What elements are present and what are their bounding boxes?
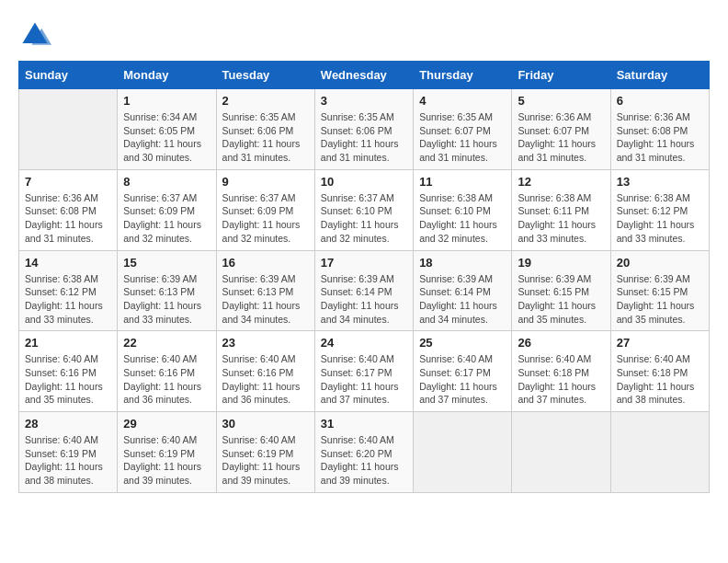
logo-icon bbox=[18, 18, 51, 52]
day-info: Sunrise: 6:34 AM Sunset: 6:05 PM Dayligh… bbox=[123, 110, 210, 165]
day-number: 22 bbox=[123, 336, 210, 350]
day-number: 28 bbox=[25, 417, 111, 431]
day-info: Sunrise: 6:40 AM Sunset: 6:20 PM Dayligh… bbox=[321, 433, 407, 488]
day-info: Sunrise: 6:40 AM Sunset: 6:18 PM Dayligh… bbox=[617, 352, 703, 407]
day-number: 20 bbox=[617, 256, 703, 270]
day-info: Sunrise: 6:36 AM Sunset: 6:08 PM Dayligh… bbox=[617, 110, 703, 165]
day-info: Sunrise: 6:39 AM Sunset: 6:14 PM Dayligh… bbox=[419, 272, 506, 327]
calendar-cell: 17Sunrise: 6:39 AM Sunset: 6:14 PM Dayli… bbox=[314, 250, 413, 331]
day-number: 14 bbox=[25, 256, 111, 270]
day-info: Sunrise: 6:35 AM Sunset: 6:06 PM Dayligh… bbox=[222, 110, 309, 165]
day-info: Sunrise: 6:39 AM Sunset: 6:13 PM Dayligh… bbox=[222, 272, 309, 327]
day-info: Sunrise: 6:38 AM Sunset: 6:10 PM Dayligh… bbox=[419, 191, 506, 246]
day-info: Sunrise: 6:40 AM Sunset: 6:16 PM Dayligh… bbox=[222, 352, 309, 407]
calendar-cell: 13Sunrise: 6:38 AM Sunset: 6:12 PM Dayli… bbox=[610, 169, 709, 250]
week-row-2: 7Sunrise: 6:36 AM Sunset: 6:08 PM Daylig… bbox=[19, 169, 710, 250]
calendar-cell: 8Sunrise: 6:37 AM Sunset: 6:09 PM Daylig… bbox=[118, 169, 216, 250]
header-thursday: Thursday bbox=[414, 62, 512, 89]
day-info: Sunrise: 6:40 AM Sunset: 6:17 PM Dayligh… bbox=[321, 352, 407, 407]
calendar-cell: 23Sunrise: 6:40 AM Sunset: 6:16 PM Dayli… bbox=[216, 331, 314, 412]
day-number: 6 bbox=[617, 94, 703, 108]
day-info: Sunrise: 6:35 AM Sunset: 6:06 PM Dayligh… bbox=[321, 110, 407, 165]
day-number: 10 bbox=[321, 175, 407, 189]
day-number: 13 bbox=[617, 175, 703, 189]
day-number: 16 bbox=[222, 256, 309, 270]
day-info: Sunrise: 6:39 AM Sunset: 6:15 PM Dayligh… bbox=[518, 272, 604, 327]
calendar-cell: 18Sunrise: 6:39 AM Sunset: 6:14 PM Dayli… bbox=[414, 250, 512, 331]
day-info: Sunrise: 6:40 AM Sunset: 6:16 PM Dayligh… bbox=[123, 352, 210, 407]
calendar-cell: 4Sunrise: 6:35 AM Sunset: 6:07 PM Daylig… bbox=[414, 89, 512, 170]
page-header bbox=[18, 18, 710, 52]
day-number: 19 bbox=[518, 256, 604, 270]
calendar-cell: 22Sunrise: 6:40 AM Sunset: 6:16 PM Dayli… bbox=[118, 331, 216, 412]
calendar-cell: 26Sunrise: 6:40 AM Sunset: 6:18 PM Dayli… bbox=[512, 331, 610, 412]
calendar-cell: 20Sunrise: 6:39 AM Sunset: 6:15 PM Dayli… bbox=[610, 250, 709, 331]
calendar-table: SundayMondayTuesdayWednesdayThursdayFrid… bbox=[18, 61, 710, 493]
day-info: Sunrise: 6:37 AM Sunset: 6:09 PM Dayligh… bbox=[222, 191, 309, 246]
day-number: 23 bbox=[222, 336, 309, 350]
day-number: 2 bbox=[222, 94, 309, 108]
day-number: 26 bbox=[518, 336, 604, 350]
day-info: Sunrise: 6:40 AM Sunset: 6:19 PM Dayligh… bbox=[222, 433, 309, 488]
day-info: Sunrise: 6:38 AM Sunset: 6:11 PM Dayligh… bbox=[518, 191, 604, 246]
calendar-cell bbox=[512, 412, 610, 493]
day-info: Sunrise: 6:39 AM Sunset: 6:14 PM Dayligh… bbox=[321, 272, 407, 327]
calendar-cell bbox=[610, 412, 709, 493]
calendar-cell: 31Sunrise: 6:40 AM Sunset: 6:20 PM Dayli… bbox=[314, 412, 413, 493]
calendar-cell: 16Sunrise: 6:39 AM Sunset: 6:13 PM Dayli… bbox=[216, 250, 314, 331]
calendar-cell: 12Sunrise: 6:38 AM Sunset: 6:11 PM Dayli… bbox=[512, 169, 610, 250]
day-info: Sunrise: 6:38 AM Sunset: 6:12 PM Dayligh… bbox=[25, 272, 111, 327]
calendar-cell: 28Sunrise: 6:40 AM Sunset: 6:19 PM Dayli… bbox=[19, 412, 118, 493]
calendar-cell: 7Sunrise: 6:36 AM Sunset: 6:08 PM Daylig… bbox=[19, 169, 118, 250]
header-monday: Monday bbox=[118, 62, 216, 89]
day-number: 27 bbox=[617, 336, 703, 350]
calendar-cell: 10Sunrise: 6:37 AM Sunset: 6:10 PM Dayli… bbox=[314, 169, 413, 250]
day-number: 21 bbox=[25, 336, 111, 350]
day-number: 30 bbox=[222, 417, 309, 431]
calendar-cell: 30Sunrise: 6:40 AM Sunset: 6:19 PM Dayli… bbox=[216, 412, 314, 493]
day-number: 17 bbox=[321, 256, 407, 270]
day-number: 29 bbox=[123, 417, 210, 431]
day-info: Sunrise: 6:40 AM Sunset: 6:17 PM Dayligh… bbox=[419, 352, 506, 407]
day-number: 7 bbox=[25, 175, 111, 189]
day-number: 9 bbox=[222, 175, 309, 189]
calendar-cell: 21Sunrise: 6:40 AM Sunset: 6:16 PM Dayli… bbox=[19, 331, 118, 412]
week-row-1: 1Sunrise: 6:34 AM Sunset: 6:05 PM Daylig… bbox=[19, 89, 710, 170]
day-info: Sunrise: 6:40 AM Sunset: 6:18 PM Dayligh… bbox=[518, 352, 604, 407]
day-number: 31 bbox=[321, 417, 407, 431]
day-info: Sunrise: 6:36 AM Sunset: 6:08 PM Dayligh… bbox=[25, 191, 111, 246]
day-info: Sunrise: 6:38 AM Sunset: 6:12 PM Dayligh… bbox=[617, 191, 703, 246]
day-info: Sunrise: 6:39 AM Sunset: 6:13 PM Dayligh… bbox=[123, 272, 210, 327]
day-number: 15 bbox=[123, 256, 210, 270]
day-info: Sunrise: 6:40 AM Sunset: 6:16 PM Dayligh… bbox=[25, 352, 111, 407]
calendar-cell: 1Sunrise: 6:34 AM Sunset: 6:05 PM Daylig… bbox=[118, 89, 216, 170]
calendar-cell: 15Sunrise: 6:39 AM Sunset: 6:13 PM Dayli… bbox=[118, 250, 216, 331]
calendar-cell: 11Sunrise: 6:38 AM Sunset: 6:10 PM Dayli… bbox=[414, 169, 512, 250]
week-row-3: 14Sunrise: 6:38 AM Sunset: 6:12 PM Dayli… bbox=[19, 250, 710, 331]
header-saturday: Saturday bbox=[610, 62, 709, 89]
calendar-cell: 25Sunrise: 6:40 AM Sunset: 6:17 PM Dayli… bbox=[414, 331, 512, 412]
calendar-cell: 3Sunrise: 6:35 AM Sunset: 6:06 PM Daylig… bbox=[314, 89, 413, 170]
calendar-cell: 19Sunrise: 6:39 AM Sunset: 6:15 PM Dayli… bbox=[512, 250, 610, 331]
day-number: 18 bbox=[419, 256, 506, 270]
day-number: 11 bbox=[419, 175, 506, 189]
day-info: Sunrise: 6:40 AM Sunset: 6:19 PM Dayligh… bbox=[25, 433, 111, 488]
day-info: Sunrise: 6:39 AM Sunset: 6:15 PM Dayligh… bbox=[617, 272, 703, 327]
week-row-4: 21Sunrise: 6:40 AM Sunset: 6:16 PM Dayli… bbox=[19, 331, 710, 412]
calendar-cell bbox=[414, 412, 512, 493]
calendar-cell: 24Sunrise: 6:40 AM Sunset: 6:17 PM Dayli… bbox=[314, 331, 413, 412]
week-row-5: 28Sunrise: 6:40 AM Sunset: 6:19 PM Dayli… bbox=[19, 412, 710, 493]
day-number: 12 bbox=[518, 175, 604, 189]
day-number: 4 bbox=[419, 94, 506, 108]
header-tuesday: Tuesday bbox=[216, 62, 314, 89]
header-sunday: Sunday bbox=[19, 62, 118, 89]
day-info: Sunrise: 6:37 AM Sunset: 6:09 PM Dayligh… bbox=[123, 191, 210, 246]
day-number: 8 bbox=[123, 175, 210, 189]
day-number: 3 bbox=[321, 94, 407, 108]
calendar-cell bbox=[19, 89, 118, 170]
day-info: Sunrise: 6:36 AM Sunset: 6:07 PM Dayligh… bbox=[518, 110, 604, 165]
day-number: 5 bbox=[518, 94, 604, 108]
day-info: Sunrise: 6:35 AM Sunset: 6:07 PM Dayligh… bbox=[419, 110, 506, 165]
calendar-cell: 14Sunrise: 6:38 AM Sunset: 6:12 PM Dayli… bbox=[19, 250, 118, 331]
calendar-cell: 29Sunrise: 6:40 AM Sunset: 6:19 PM Dayli… bbox=[118, 412, 216, 493]
